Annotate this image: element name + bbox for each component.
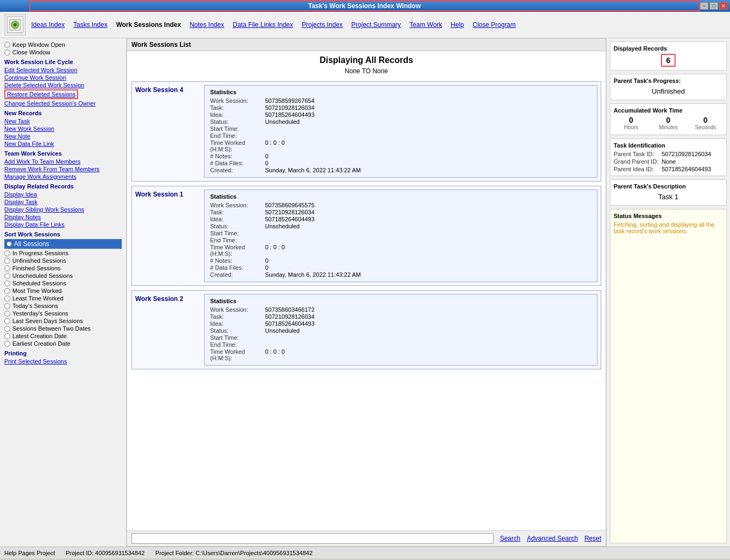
parent-task-description-box: Parent Task's Description Task 1 [610, 179, 727, 206]
search-input-field[interactable] [131, 533, 493, 544]
unfinished-sessions-radio[interactable] [4, 258, 10, 264]
manage-work-assignments-link[interactable]: Manage Work Assignments [4, 173, 122, 180]
stat-created-1: Created: Sunday, March 6, 2022 11:43:22 … [210, 271, 592, 278]
search-link[interactable]: Search [500, 535, 520, 542]
in-progress-sessions-radio[interactable] [4, 250, 10, 256]
continue-work-session-link[interactable]: Continue Work Session [4, 74, 122, 81]
app-icon [4, 14, 26, 36]
content-header: Work Sessions List [127, 39, 606, 51]
latest-creation-date-option[interactable]: Latest Creation Date [4, 333, 122, 339]
display-idea-link[interactable]: Display Idea [4, 191, 122, 198]
display-notes-link[interactable]: Display Notes [4, 214, 122, 220]
most-time-worked-radio[interactable] [4, 288, 10, 294]
close-window-label: Close Window [12, 49, 50, 55]
all-sessions-label: All Sessions [14, 240, 49, 248]
new-data-file-link-link[interactable]: New Data File Link [4, 141, 122, 147]
menu-help[interactable]: Help [451, 21, 464, 29]
session-card-4[interactable]: Work Session 4 Statistics Work Session: … [131, 81, 601, 181]
app-logo [7, 17, 23, 33]
print-selected-sessions-link[interactable]: Print Selected Sessions [4, 358, 122, 365]
earliest-creation-date-option[interactable]: Earliest Creation Date [4, 340, 122, 347]
menu-projects-index[interactable]: Projects Index [302, 21, 343, 29]
least-time-worked-radio[interactable] [4, 296, 10, 302]
minimize-button[interactable]: − [700, 2, 708, 10]
content-footer: Search Advanced Search Reset [127, 530, 606, 546]
scheduled-sessions-option[interactable]: Scheduled Sessions [4, 280, 122, 286]
content-title-area: Displaying All Records None TO None [127, 51, 606, 79]
menu-data-file-links-index[interactable]: Data File Links Index [233, 21, 293, 29]
least-time-worked-label: Least Time Worked [12, 295, 64, 302]
stat-time-worked-1: Time Worked (H:M:S): 0 : 0 : 0 [210, 244, 592, 257]
scheduled-sessions-radio[interactable] [4, 281, 10, 286]
reset-link[interactable]: Reset [585, 535, 601, 542]
new-note-link[interactable]: New Note [4, 133, 122, 139]
latest-creation-date-radio[interactable] [4, 333, 10, 339]
remove-work-from-team-members-link[interactable]: Remove Work From Team Members [4, 166, 122, 172]
menu-notes-index[interactable]: Notes Index [190, 21, 224, 29]
stats-header-4: Statistics [210, 89, 592, 95]
menu-close-program[interactable]: Close Program [472, 21, 516, 29]
yesterdays-sessions-radio[interactable] [4, 311, 10, 317]
stat-status-1: Status: Unscheduled [210, 223, 592, 229]
edit-selected-work-session-link[interactable]: Edit Selected Work Session [4, 67, 122, 73]
hours-value: 0 [614, 116, 649, 124]
parent-task-id-label: Parent Task ID: [614, 151, 658, 157]
status-bar: Help Pages Project Project ID: 400956931… [0, 547, 730, 558]
advanced-search-link[interactable]: Advanced Search [527, 535, 578, 542]
printing-section: Printing Print Selected Sessions [4, 350, 122, 365]
todays-sessions-radio[interactable] [4, 303, 10, 309]
stat-work-session-4: Work Session: 507358599267654 [210, 97, 592, 104]
display-task-link[interactable]: Display Task [4, 199, 122, 205]
earliest-creation-date-radio[interactable] [4, 341, 10, 347]
todays-sessions-option[interactable]: Today's Sessions [4, 303, 122, 309]
sessions-between-dates-option[interactable]: Sessions Between Two Dates [4, 325, 122, 332]
add-work-to-team-members-link[interactable]: Add Work To Team Members [4, 158, 122, 165]
yesterdays-sessions-option[interactable]: Yesterday's Sessions [4, 310, 122, 317]
new-task-link[interactable]: New Task [4, 118, 122, 124]
all-sessions-option[interactable]: All Sessions [4, 239, 122, 249]
scheduled-sessions-label: Scheduled Sessions [12, 280, 66, 286]
new-records-title: New Records [4, 110, 122, 116]
last-seven-days-radio[interactable] [4, 318, 10, 324]
menu-project-summary[interactable]: Project Summary [351, 21, 401, 29]
finished-sessions-option[interactable]: Finished Sessions [4, 265, 122, 271]
status-help-pages: Help Pages Project [4, 550, 55, 556]
change-selected-sessions-owner-link[interactable]: Change Selected Session's Owner [4, 100, 122, 107]
team-work-services-section: Team Work Services Add Work To Team Memb… [4, 150, 122, 180]
unscheduled-sessions-option[interactable]: Unscheduled Sessions [4, 272, 122, 279]
menu-bar: Ideas Index Tasks Index Work Sessions In… [0, 12, 730, 38]
work-session-lifecycle-section: Work Session Life Cycle Edit Selected Wo… [4, 59, 122, 107]
least-time-worked-option[interactable]: Least Time Worked [4, 295, 122, 302]
close-window-radio[interactable] [4, 50, 10, 55]
menu-tasks-index[interactable]: Tasks Index [73, 21, 107, 29]
menu-ideas-index[interactable]: Ideas Index [31, 21, 65, 29]
parent-task-id-value: 507210928126034 [662, 151, 723, 157]
menu-team-work[interactable]: Team Work [409, 21, 442, 29]
unscheduled-sessions-radio[interactable] [4, 273, 10, 279]
maximize-button[interactable]: □ [710, 2, 718, 10]
new-work-session-link[interactable]: New Work Session [4, 125, 122, 132]
sessions-between-dates-label: Sessions Between Two Dates [12, 325, 91, 332]
menu-work-sessions-index[interactable]: Work Sessions Index [116, 21, 181, 29]
last-seven-days-option[interactable]: Last Seven Days Sessions [4, 318, 122, 324]
unscheduled-sessions-label: Unscheduled Sessions [12, 272, 73, 279]
sessions-between-dates-radio[interactable] [4, 326, 10, 332]
close-window-option[interactable]: Close Window [4, 49, 122, 55]
display-data-file-links-link[interactable]: Display Data File Links [4, 221, 122, 228]
logo-icon [9, 18, 22, 31]
restore-deleted-sessions-link[interactable]: Restore Deleted Sessions [4, 89, 78, 99]
minutes-col: 0 Minutes [651, 116, 686, 130]
session-card-1[interactable]: Work Session 1 Statistics Work Session: … [131, 186, 601, 286]
display-sibling-work-sessions-link[interactable]: Display Sibling Work Sessions [4, 206, 122, 213]
finished-sessions-radio[interactable] [4, 265, 10, 271]
close-button[interactable]: ✕ [719, 2, 728, 10]
session-2-stats: Statistics Work Session: 507358603466172… [204, 294, 597, 366]
most-time-worked-option[interactable]: Most Time Worked [4, 288, 122, 294]
parent-task-progress-box: Parent Task's Progress: Unfinished [610, 74, 727, 100]
in-progress-sessions-option[interactable]: In Progress Sessions [4, 250, 122, 256]
unfinished-sessions-option[interactable]: Unfinished Sessions [4, 257, 122, 264]
session-card-2[interactable]: Work Session 2 Statistics Work Session: … [131, 290, 601, 369]
keep-window-open-radio[interactable] [4, 42, 10, 48]
keep-window-open-option[interactable]: Keep Window Open [4, 41, 122, 48]
delete-selected-work-session-link[interactable]: Delete Selected Work Session [4, 82, 122, 88]
